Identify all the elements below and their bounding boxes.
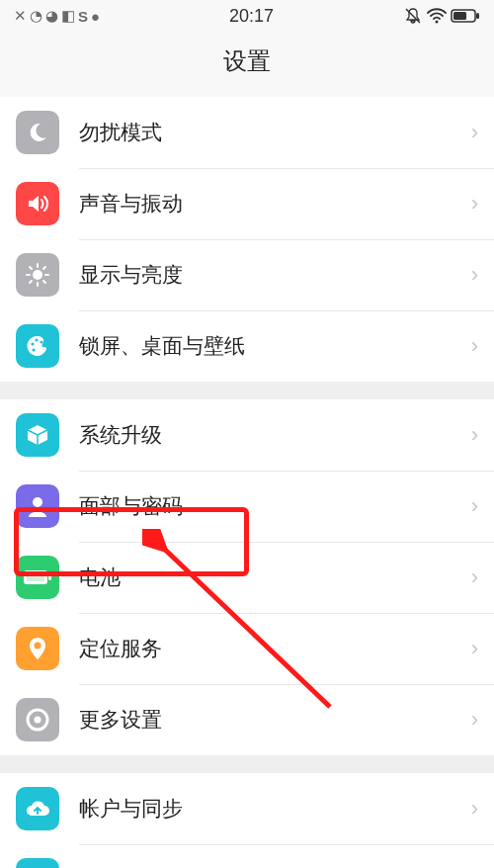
page-header: 设置 [0, 30, 494, 97]
status-indicator-icon: ✕ [14, 7, 27, 25]
settings-item-label: 显示与亮度 [79, 261, 471, 289]
settings-item-label: 锁屏、桌面与壁纸 [79, 332, 471, 360]
settings-group: 勿扰模式›声音与振动›显示与亮度›锁屏、桌面与壁纸› [0, 97, 494, 382]
svg-rect-3 [453, 12, 466, 20]
group-separator [0, 382, 494, 399]
person-icon [16, 484, 59, 528]
chevron-right-icon: › [471, 120, 478, 145]
settings-item-label: 定位服务 [79, 635, 471, 662]
wifi-icon [426, 7, 448, 25]
cube-icon [16, 413, 59, 457]
status-right [403, 7, 480, 25]
cloud-sync-icon [16, 787, 59, 830]
page-title: 设置 [0, 45, 494, 77]
svg-rect-20 [48, 574, 51, 580]
chevron-right-icon: › [471, 796, 478, 822]
svg-point-14 [31, 342, 34, 345]
svg-point-16 [40, 340, 42, 343]
svg-point-1 [436, 21, 439, 24]
svg-line-10 [30, 267, 32, 269]
svg-line-12 [30, 281, 32, 283]
group-separator [0, 755, 494, 773]
settings-item-more[interactable]: 更多设置› [0, 684, 494, 755]
chevron-right-icon: › [471, 564, 478, 590]
cloud-icon [16, 858, 59, 868]
moon-icon [16, 111, 59, 154]
settings-item-display[interactable]: 显示与亮度› [0, 239, 494, 310]
status-indicator-icon: S [78, 8, 88, 25]
battery-icon [16, 556, 59, 599]
settings-item-label: 帐户与同步 [79, 795, 471, 823]
chevron-right-icon: › [471, 636, 478, 661]
pin-icon [16, 627, 59, 670]
status-indicator-icon: ◕ [45, 7, 58, 25]
svg-point-15 [35, 338, 38, 341]
chevron-right-icon: › [471, 493, 478, 519]
settings-item-dnd[interactable]: 勿扰模式› [0, 97, 494, 168]
settings-item-label: 勿扰模式 [79, 119, 471, 146]
chevron-right-icon: › [471, 191, 478, 217]
svg-point-17 [32, 348, 35, 351]
status-indicator-icon: ● [91, 8, 100, 25]
battery-icon [451, 8, 480, 24]
status-bar: ✕ ◔ ◕ ◧ S ● 20:17 [0, 0, 494, 30]
svg-point-18 [33, 497, 42, 507]
chevron-right-icon: › [471, 707, 478, 733]
settings-item-label: 面部与密码 [79, 492, 471, 520]
svg-rect-4 [476, 13, 479, 19]
svg-line-11 [43, 281, 45, 283]
status-left: ✕ ◔ ◕ ◧ S ● [14, 7, 100, 25]
settings-item-cloud[interactable]: 云服务› [0, 844, 494, 868]
svg-point-5 [33, 270, 42, 280]
settings-item-label: 电池 [79, 564, 471, 591]
svg-rect-21 [27, 573, 44, 581]
settings-item-location[interactable]: 定位服务› [0, 613, 494, 684]
chevron-right-icon: › [471, 422, 478, 448]
chevron-right-icon: › [471, 262, 478, 288]
speaker-icon [16, 182, 59, 225]
settings-item-label: 声音与振动 [79, 190, 471, 217]
mute-icon [403, 7, 423, 25]
svg-point-24 [35, 717, 41, 724]
settings-item-sound[interactable]: 声音与振动› [0, 168, 494, 239]
status-indicator-icon: ◔ [30, 7, 42, 25]
settings-item-label: 系统升级 [79, 421, 471, 449]
palette-icon [16, 324, 59, 368]
settings-item-upgrade[interactable]: 系统升级› [0, 399, 494, 471]
chevron-right-icon: › [471, 333, 478, 359]
settings-item-lock[interactable]: 锁屏、桌面与壁纸› [0, 310, 494, 382]
svg-point-22 [35, 643, 41, 650]
settings-group: 帐户与同步›云服务› [0, 773, 494, 868]
gear-icon [16, 698, 59, 741]
svg-line-13 [43, 267, 45, 269]
brightness-icon [16, 253, 59, 297]
status-time: 20:17 [229, 6, 274, 27]
status-indicator-icon: ◧ [61, 7, 75, 25]
settings-item-face[interactable]: 面部与密码› [0, 471, 494, 542]
settings-item-battery[interactable]: 电池› [0, 542, 494, 613]
settings-item-label: 更多设置 [79, 706, 471, 734]
settings-item-account[interactable]: 帐户与同步› [0, 773, 494, 844]
settings-group: 系统升级›面部与密码›电池›定位服务›更多设置› [0, 399, 494, 755]
